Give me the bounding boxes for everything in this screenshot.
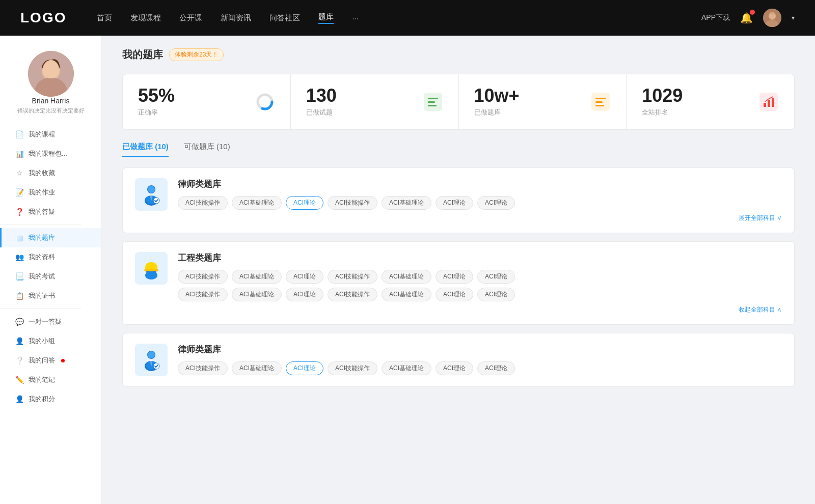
tag-lawyer2-3[interactable]: ACI技能操作 <box>328 361 377 375</box>
sidebar-item-course-package[interactable]: 📊 我的课程包... <box>0 144 101 163</box>
tag-lawyer2-0[interactable]: ACI技能操作 <box>178 361 228 375</box>
app-download-link[interactable]: APP下载 <box>701 13 730 22</box>
tag-eng2-5[interactable]: ACI理论 <box>436 288 473 301</box>
tag-lawyer1-6[interactable]: ACI理论 <box>477 196 515 210</box>
sidebar-item-1on1[interactable]: 💬 一对一答疑 <box>0 312 101 331</box>
logo[interactable]: LOGO <box>20 10 66 26</box>
chart-red-icon <box>759 93 778 111</box>
svg-point-29 <box>145 271 157 279</box>
tag-lawyer2-1[interactable]: ACI基础理论 <box>232 361 282 375</box>
bar-chart-icon: 📊 <box>15 150 23 158</box>
tag-lawyer1-2[interactable]: ACI理论 <box>286 196 323 210</box>
expand-lawyer1-link[interactable]: 展开全部科目 ∨ <box>178 214 782 222</box>
sidebar-item-certificate[interactable]: 📋 我的证书 <box>0 286 101 305</box>
tag-eng2-0[interactable]: ACI技能操作 <box>178 288 228 301</box>
sidebar-label-points: 我的积分 <box>29 395 55 404</box>
stat-questions-done: 130 已做试题 <box>291 74 459 129</box>
avatar-image <box>763 9 781 27</box>
nav-qa[interactable]: 问答社区 <box>269 13 300 23</box>
notification-bell[interactable]: 🔔 <box>740 12 753 24</box>
sidebar-item-favorites[interactable]: ☆ 我的收藏 <box>0 163 101 183</box>
stat-banks-done: 10w+ 已做题库 <box>459 74 627 129</box>
donut-chart-svg <box>255 92 275 111</box>
tag-eng-4[interactable]: ACI基础理论 <box>382 270 431 284</box>
tabs-row: 已做题库 (10) 可做题库 (10) <box>122 142 795 157</box>
stat-accuracy-text: 55% 正确率 <box>138 87 247 117</box>
user-avatar <box>28 51 74 97</box>
sidebar-label-certificate: 我的证书 <box>29 291 55 300</box>
sidebar-menu: 📄 我的课程 📊 我的课程包... ☆ 我的收藏 📝 我的作业 ❓ 我的答疑 <box>0 125 101 409</box>
tag-lawyer1-3[interactable]: ACI技能操作 <box>328 196 377 210</box>
tag-eng-0[interactable]: ACI技能操作 <box>178 270 228 284</box>
tag-eng2-3[interactable]: ACI技能操作 <box>328 288 377 301</box>
stat-banks-done-text: 10w+ 已做题库 <box>474 87 583 117</box>
svg-point-7 <box>43 60 59 78</box>
nav-more[interactable]: ··· <box>352 14 359 22</box>
stat-site-rank-text: 1029 全站排名 <box>642 87 750 117</box>
sidebar-item-questions[interactable]: ❔ 我的问答 <box>0 351 101 370</box>
sidebar-divider-2 <box>0 309 81 309</box>
main-layout: Brian Harris 错误的决定比没有决定要好 📄 我的课程 📊 我的课程包… <box>0 36 815 504</box>
list-green-icon <box>424 93 442 111</box>
tag-lawyer1-4[interactable]: ACI基础理论 <box>382 196 431 210</box>
tag-eng2-1[interactable]: ACI基础理论 <box>232 288 282 301</box>
collapse-engineering-link[interactable]: 收起全部科目 ∧ <box>178 305 782 314</box>
tag-eng2-4[interactable]: ACI基础理论 <box>382 288 431 301</box>
edit-icon: 📝 <box>15 188 23 197</box>
sidebar-motto: 错误的决定比没有决定要好 <box>12 107 90 115</box>
nav-discover[interactable]: 发现课程 <box>130 13 161 23</box>
sidebar-item-notes[interactable]: ✏️ 我的笔记 <box>0 370 101 389</box>
certificate-icon: 📋 <box>15 292 23 300</box>
sidebar-item-materials[interactable]: 👥 我的资料 <box>0 247 101 267</box>
nav-news[interactable]: 新闻资讯 <box>221 13 251 23</box>
tag-eng-3[interactable]: ACI技能操作 <box>328 270 377 284</box>
user-avatar-nav[interactable] <box>763 9 781 27</box>
tag-eng-2[interactable]: ACI理论 <box>286 270 323 284</box>
avatar-svg <box>28 51 74 97</box>
help-circle-icon: ❓ <box>15 208 23 216</box>
tag-lawyer2-4[interactable]: ACI基础理论 <box>382 361 431 375</box>
user-menu-chevron[interactable]: ▾ <box>792 14 795 21</box>
tag-lawyer1-5[interactable]: ACI理论 <box>436 196 473 210</box>
nav-home[interactable]: 首页 <box>97 13 112 23</box>
stat-questions-done-icon <box>423 92 443 112</box>
file-icon: 📄 <box>15 130 23 138</box>
tag-lawyer1-0[interactable]: ACI技能操作 <box>178 196 228 210</box>
tab-available[interactable]: 可做题库 (10) <box>184 142 230 157</box>
tag-lawyer2-2[interactable]: ACI理论 <box>286 361 323 375</box>
tag-eng2-6[interactable]: ACI理论 <box>477 288 515 301</box>
sidebar-item-group[interactable]: 👤 我的小组 <box>0 331 101 351</box>
sidebar-item-exam[interactable]: 📃 我的考试 <box>0 267 101 286</box>
tag-eng-6[interactable]: ACI理论 <box>477 270 515 284</box>
tag-lawyer2-5[interactable]: ACI理论 <box>436 361 473 375</box>
sidebar-item-homework[interactable]: 📝 我的作业 <box>0 183 101 202</box>
tag-eng-5[interactable]: ACI理论 <box>436 270 473 284</box>
sidebar-label-materials: 我的资料 <box>29 253 55 262</box>
tag-lawyer2-6[interactable]: ACI理论 <box>477 361 515 375</box>
sidebar-item-qa[interactable]: ❓ 我的答疑 <box>0 202 101 221</box>
sidebar-item-my-course[interactable]: 📄 我的课程 <box>0 125 101 144</box>
tag-eng-1[interactable]: ACI基础理论 <box>232 270 282 284</box>
page-title: 我的题库 <box>122 48 163 62</box>
qbank-lawyer2-tags: ACI技能操作 ACI基础理论 ACI理论 ACI技能操作 ACI基础理论 AC… <box>178 361 782 375</box>
svg-rect-17 <box>595 105 604 106</box>
sidebar-divider-1 <box>0 225 81 225</box>
qbank-engineering-tags-row2: ACI技能操作 ACI基础理论 ACI理论 ACI技能操作 ACI基础理论 AC… <box>178 288 782 301</box>
sidebar-item-points[interactable]: 👤 我的积分 <box>0 389 101 409</box>
sidebar-label-homework: 我的作业 <box>29 188 55 197</box>
sidebar-item-qbank[interactable]: ▦ 我的题库 <box>0 228 101 247</box>
qbank-card-engineering-header: 工程类题库 ACI技能操作 ACI基础理论 ACI理论 ACI技能操作 ACI基… <box>135 252 782 314</box>
qbank-card-lawyer1-header: 律师类题库 ACI技能操作 ACI基础理论 ACI理论 ACI技能操作 ACI基… <box>135 178 782 222</box>
tab-done[interactable]: 已做题库 (10) <box>122 142 169 157</box>
nav-open-course[interactable]: 公开课 <box>179 13 202 23</box>
stat-accuracy-icon <box>255 92 275 112</box>
navbar: LOGO 首页 发现课程 公开课 新闻资讯 问答社区 题库 ··· APP下载 … <box>0 0 815 36</box>
sidebar-username: Brian Harris <box>32 97 70 105</box>
qbank-lawyer1-info: 律师类题库 ACI技能操作 ACI基础理论 ACI理论 ACI技能操作 ACI基… <box>178 178 782 222</box>
tag-lawyer1-1[interactable]: ACI基础理论 <box>232 196 282 210</box>
trial-badge: 体验剩余23天！ <box>169 48 224 61</box>
qbank-lawyer1-tags: ACI技能操作 ACI基础理论 ACI理论 ACI技能操作 ACI基础理论 AC… <box>178 196 782 210</box>
tag-eng2-2[interactable]: ACI理论 <box>286 288 323 301</box>
nav-qbank[interactable]: 题库 <box>318 12 334 24</box>
list-orange-icon <box>591 93 610 111</box>
